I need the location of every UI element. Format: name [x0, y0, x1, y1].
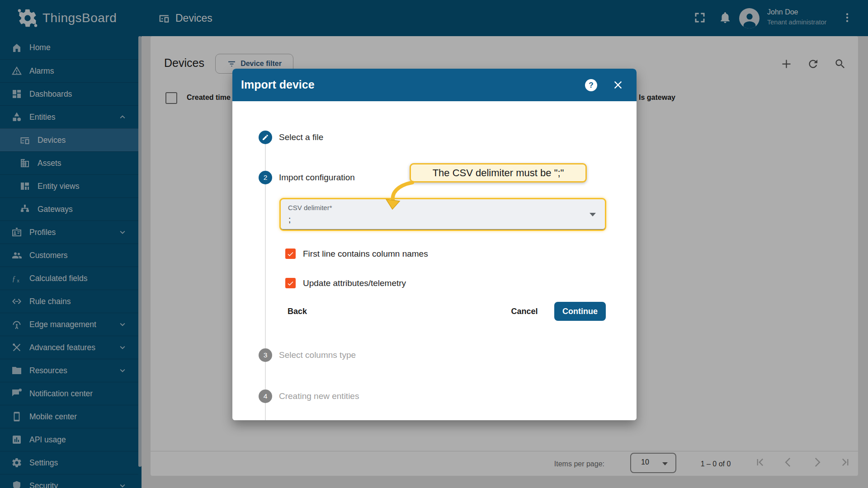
csv-delimiter-value: ;	[288, 215, 291, 225]
tooltip-arrow-icon	[382, 180, 420, 210]
checkbox-checked-icon[interactable]	[285, 278, 296, 288]
stepper-connector	[265, 144, 266, 171]
step-2-indicator: 2	[259, 171, 272, 184]
step-1-indicator[interactable]	[259, 131, 272, 144]
update-attributes-checkbox-row[interactable]: Update attributes/telemetry	[285, 278, 406, 288]
dialog-body: CSV delimiter* ; First line contains col…	[232, 101, 637, 420]
step-4-label: Creating new entities	[279, 391, 359, 401]
step-3-indicator: 3	[259, 348, 272, 362]
dialog-title: Import device	[241, 78, 315, 91]
step-1-label: Select a file	[279, 132, 323, 142]
stepper-connector	[265, 362, 266, 389]
close-icon	[612, 79, 624, 91]
back-button[interactable]: Back	[279, 302, 315, 321]
csv-delimiter-label: CSV delimiter*	[288, 204, 332, 211]
step-2-label: Import configuration	[279, 173, 355, 183]
csv-delimiter-select[interactable]: CSV delimiter* ;	[279, 198, 606, 231]
pencil-icon	[262, 134, 269, 141]
import-device-dialog: Import device ? CSV delimiter* ;	[232, 69, 637, 420]
stepper-connector	[265, 184, 266, 348]
first-line-checkbox-row[interactable]: First line contains column names	[285, 249, 428, 259]
csv-delimiter-tooltip: The CSV delimiter must be ";"	[410, 163, 587, 183]
close-button[interactable]	[612, 79, 624, 91]
help-button[interactable]: ?	[585, 79, 597, 91]
dialog-header: Import device ?	[232, 69, 637, 101]
step-4-indicator: 4	[259, 389, 272, 403]
cancel-button[interactable]: Cancel	[502, 302, 547, 321]
continue-button[interactable]: Continue	[554, 302, 606, 321]
chevron-down-icon	[590, 213, 596, 216]
step-3-label: Select columns type	[279, 350, 356, 360]
stepper-connector	[265, 403, 266, 420]
checkbox-checked-icon[interactable]	[285, 249, 296, 259]
